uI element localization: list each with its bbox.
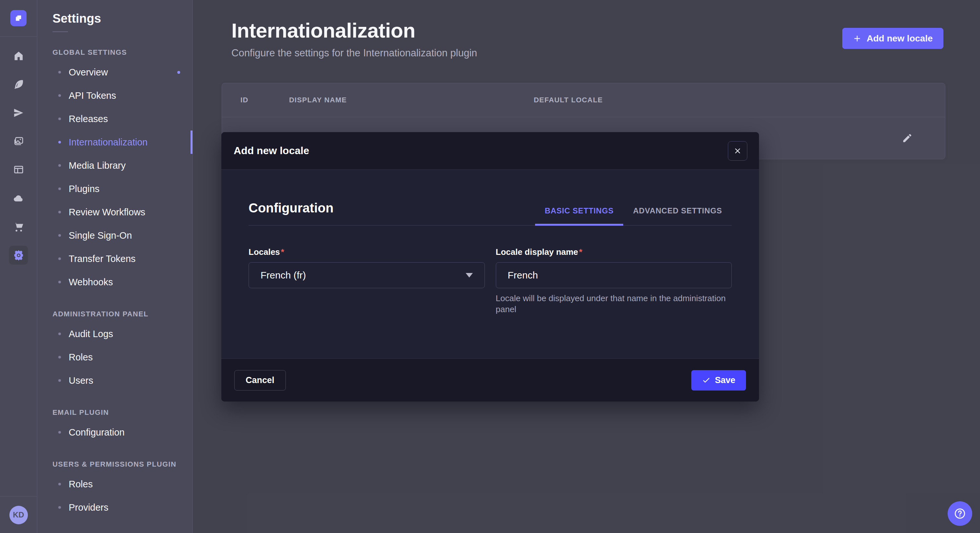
modal-body: Configuration BASIC SETTINGS ADVANCED SE…: [221, 170, 759, 359]
save-button[interactable]: Save: [691, 370, 746, 390]
locales-label: Locales*: [248, 247, 485, 257]
locales-label-text: Locales: [248, 247, 280, 257]
display-name-label-text: Locale display name: [496, 247, 578, 257]
close-icon: [734, 147, 741, 155]
modal-footer: Cancel Save: [221, 359, 759, 401]
display-name-label: Locale display name*: [496, 247, 732, 257]
configuration-header-row: Configuration BASIC SETTINGS ADVANCED SE…: [248, 170, 732, 226]
check-icon: [702, 376, 710, 384]
display-name-helper-text: Locale will be displayed under that name…: [496, 293, 732, 315]
configuration-title: Configuration: [248, 201, 334, 215]
locales-select-value: French (fr): [261, 270, 306, 281]
add-locale-modal: Add new locale Configuration BASIC SETTI…: [221, 132, 759, 401]
locales-select[interactable]: French (fr): [248, 262, 485, 288]
chevron-down-icon: [466, 273, 473, 278]
save-label: Save: [715, 375, 735, 385]
modal-close-button[interactable]: [728, 141, 747, 160]
locale-form: Locales* French (fr) Locale display name…: [248, 247, 732, 315]
required-asterisk: *: [579, 247, 582, 257]
tab-basic-settings[interactable]: BASIC SETTINGS: [535, 206, 624, 226]
cancel-button[interactable]: Cancel: [234, 370, 286, 390]
required-asterisk: *: [281, 247, 284, 257]
locales-field: Locales* French (fr): [248, 247, 485, 315]
modal-header: Add new locale: [221, 132, 759, 170]
tab-advanced-settings[interactable]: ADVANCED SETTINGS: [623, 206, 732, 226]
settings-tabs: BASIC SETTINGS ADVANCED SETTINGS: [535, 206, 732, 225]
locale-display-name-input[interactable]: [496, 262, 732, 288]
modal-title: Add new locale: [234, 145, 309, 157]
display-name-field: Locale display name* Locale will be disp…: [496, 247, 732, 315]
